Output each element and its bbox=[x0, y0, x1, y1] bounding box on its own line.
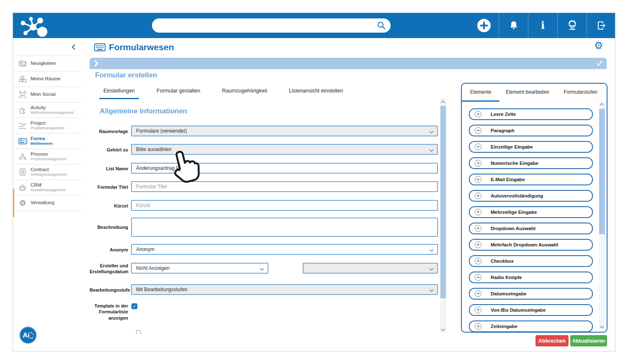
formular-titel-input[interactable]: Formular Titel bbox=[131, 181, 438, 192]
scroll-up-icon[interactable] bbox=[441, 101, 445, 105]
tab-listenansicht-einstellen[interactable]: Listenansicht einstellen bbox=[285, 85, 347, 99]
element-autovervollstaendigung[interactable]: +Autovervollständigung bbox=[469, 190, 593, 202]
list-name-input[interactable]: Änderungsantrag Produkt bbox=[131, 163, 438, 174]
element-label: Autovervollständigung bbox=[491, 193, 543, 198]
anonym-select[interactable]: Anonym bbox=[131, 244, 438, 255]
sidebar-item-sublabel: Prozessmanagement bbox=[31, 157, 66, 161]
tab-elemente[interactable]: Elemente bbox=[470, 89, 492, 95]
scrollbar-thumb[interactable] bbox=[599, 109, 605, 234]
page-title-text: Formularwesen bbox=[109, 42, 174, 52]
main-tabs: Einstellungen Formular gestalten Raumzug… bbox=[99, 85, 347, 99]
notifications-icon bbox=[508, 20, 519, 31]
ai-assistant-icon: Ai bbox=[21, 329, 35, 341]
gear-icon: ⚙ bbox=[18, 198, 27, 208]
ersteller-select[interactable]: Nicht Anzeigen bbox=[131, 263, 268, 274]
scroll-up-icon[interactable] bbox=[600, 103, 604, 108]
logout-button[interactable] bbox=[587, 13, 615, 38]
chevron-right-icon[interactable] bbox=[94, 60, 98, 67]
kuerzel-input[interactable]: Kürzel bbox=[131, 200, 438, 211]
element-radio-knoepfe[interactable]: +Radio Knöpfe bbox=[469, 272, 593, 283]
sidebar-accent-strip bbox=[13, 189, 14, 217]
erstellungsdatum-select[interactable] bbox=[303, 263, 438, 274]
tab-raumzugehoerigkeit[interactable]: Raumzugehörigkeit bbox=[218, 85, 271, 99]
info-button[interactable]: i bbox=[528, 13, 557, 38]
scrollbar-thumb[interactable] bbox=[440, 106, 446, 298]
element-datumseingabe[interactable]: +Datumseingabe bbox=[469, 288, 593, 300]
plus-icon: + bbox=[475, 144, 481, 150]
beschreibung-label: Beschreibung bbox=[90, 224, 128, 230]
scroll-down-icon[interactable] bbox=[441, 327, 445, 331]
sidebar-item-verwaltung[interactable]: ⚙ Verwaltung bbox=[13, 195, 82, 211]
sidebar-item-label: Verwaltung bbox=[31, 200, 54, 205]
scroll-down-icon[interactable] bbox=[600, 324, 604, 328]
element-email-eingabe[interactable]: +E-Mail Eingabe bbox=[469, 174, 593, 185]
check-icon: ✓ bbox=[132, 304, 136, 309]
ersteller-value: Nicht Anzeigen bbox=[136, 265, 170, 271]
kuerzel-label: Kürzel bbox=[90, 203, 128, 209]
sidebar-item-contract[interactable]: Contract Vertragsmanagement bbox=[13, 164, 82, 180]
forms-icon bbox=[18, 136, 27, 146]
tab-element-bearbeiten[interactable]: Element bearbeiten bbox=[506, 89, 549, 95]
sidebar-item-label: Activity bbox=[31, 105, 74, 110]
sidebar-item-meine-raeume[interactable]: Meine Räume bbox=[13, 72, 82, 87]
element-label: Datumseingabe bbox=[491, 291, 527, 296]
tab-einstellungen[interactable]: Einstellungen bbox=[99, 85, 139, 99]
element-numerische-eingabe[interactable]: +Numerische Eingabe bbox=[469, 157, 593, 169]
chevron-left-icon bbox=[72, 44, 76, 50]
bearbeitungsstufe-select[interactable]: Mit Bearbeitungsstufen bbox=[131, 284, 438, 295]
search-icon[interactable] bbox=[377, 21, 386, 30]
sidebar-item-sublabel: Meldewesen bbox=[31, 141, 53, 146]
plus-icon: + bbox=[475, 111, 481, 118]
element-mehrfach-dropdown-auswahl[interactable]: +Mehrfach Dropdown Auswahl bbox=[469, 239, 593, 251]
support-button[interactable] bbox=[557, 13, 587, 38]
update-button[interactable]: Aktualisieren bbox=[570, 335, 607, 346]
sidebar-item-label: Process bbox=[31, 151, 66, 157]
sidebar-item-mein-social[interactable]: Mein Social bbox=[13, 87, 82, 103]
element-von-bis-datumseingabe[interactable]: +Von-Bis Datumseingabe bbox=[469, 304, 593, 316]
crm-icon bbox=[18, 183, 27, 192]
sidebar-item-project[interactable]: Project Projektmanagement bbox=[13, 118, 82, 133]
active-tab-underline bbox=[462, 100, 499, 102]
element-leere-zelle[interactable]: +Leere Zelle bbox=[469, 108, 593, 120]
sidebar-item-sublabel: Vertragsmanagement bbox=[31, 172, 67, 177]
notifications-button[interactable] bbox=[499, 13, 528, 38]
template-checkbox[interactable]: ✓ bbox=[131, 303, 137, 309]
plus-icon: + bbox=[475, 290, 481, 297]
support-icon bbox=[566, 20, 578, 31]
beschreibung-textarea[interactable] bbox=[131, 218, 438, 237]
elements-scrollbar[interactable] bbox=[599, 102, 605, 329]
anonym-value: Anonym bbox=[136, 246, 154, 252]
search-input[interactable] bbox=[160, 19, 373, 32]
cancel-button[interactable]: Abbrechen bbox=[535, 335, 569, 346]
element-paragraph[interactable]: +Paragraph bbox=[469, 125, 593, 136]
element-dropdown-auswahl[interactable]: +Dropdown Auswahl bbox=[469, 223, 593, 234]
element-zeiteingabe[interactable]: +Zeiteingabe bbox=[469, 320, 593, 332]
sidebar-collapse-button[interactable] bbox=[13, 38, 82, 56]
form-scrollbar[interactable] bbox=[440, 99, 446, 333]
additional-checkbox[interactable] bbox=[136, 330, 141, 334]
tab-formular-gestalten[interactable]: Formular gestalten bbox=[152, 85, 204, 99]
sidebar-item-sublabel: Projektmanagement bbox=[31, 126, 64, 130]
ai-assistant-button[interactable]: Ai bbox=[19, 326, 37, 344]
add-button[interactable] bbox=[469, 13, 499, 38]
app-logo-icon[interactable] bbox=[18, 15, 51, 37]
sidebar-item-activity[interactable]: Activity Maßnahmenmanagement bbox=[13, 103, 82, 118]
element-label: Radio Knöpfe bbox=[491, 275, 522, 280]
tab-formularstufen[interactable]: Formularstufen bbox=[564, 89, 597, 95]
element-checkbox[interactable]: +Checkbox bbox=[469, 255, 593, 267]
element-label: Zeiteingabe bbox=[491, 324, 517, 329]
sidebar-item-process[interactable]: Process Prozessmanagement bbox=[13, 149, 82, 164]
element-einzeilige-eingabe[interactable]: +Einzeilige Eingabe bbox=[469, 141, 593, 153]
element-mehrzeilige-eingabe[interactable]: +Mehrzeilige Eingabe bbox=[469, 206, 593, 218]
process-icon bbox=[18, 152, 27, 161]
settings-gear-icon[interactable]: ⚙ bbox=[594, 41, 603, 51]
sidebar-item-forms[interactable]: Forms Meldewesen bbox=[13, 133, 82, 149]
sidebar-item-neuigkeiten[interactable]: Neuigkeiten bbox=[13, 56, 82, 72]
collapse-panel-icon[interactable] bbox=[596, 60, 603, 67]
gehoert-zu-value: Bitte auswählen bbox=[136, 146, 172, 152]
sidebar-item-crm[interactable]: CRM Kontaktmanagement bbox=[13, 180, 82, 195]
raumvorlage-select[interactable]: Formulare (verwendet) bbox=[131, 126, 438, 136]
social-icon bbox=[18, 90, 27, 99]
gehoert-zu-select[interactable]: Bitte auswählen bbox=[131, 144, 438, 155]
top-bar: i bbox=[13, 13, 615, 38]
